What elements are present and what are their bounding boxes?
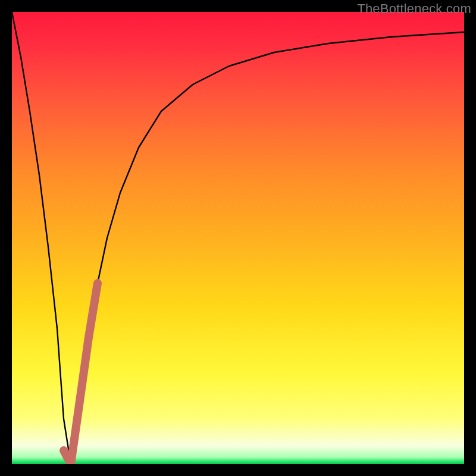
chart-frame: TheBottleneck.com (0, 0, 476, 476)
highlight-segment (64, 283, 98, 464)
curve-layer (12, 12, 464, 464)
watermark-text: TheBottleneck.com (357, 1, 471, 17)
plot-area (12, 12, 464, 464)
